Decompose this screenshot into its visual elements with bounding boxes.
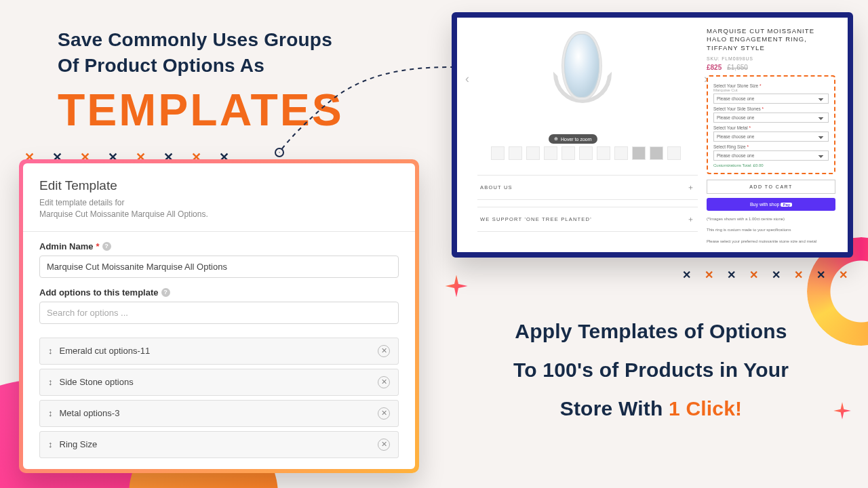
- search-options-input[interactable]: [39, 302, 399, 324]
- thumbnail[interactable]: [509, 146, 522, 160]
- bottom-line2: To 100's of Products in Your: [461, 350, 841, 389]
- thumbnail[interactable]: [632, 146, 646, 160]
- plus-icon: ＋: [687, 214, 695, 224]
- remove-option-button[interactable]: ✕: [378, 376, 390, 388]
- bottom-copy: Apply Templates of Options To 100's of P…: [461, 312, 841, 428]
- sparkle-icon: [444, 274, 469, 298]
- drag-handle-icon[interactable]: ↕: [48, 377, 53, 387]
- option-row[interactable]: ↕Side Stone options ✕: [39, 369, 399, 396]
- option-row[interactable]: ↕Emerald cut options-11 ✕: [39, 338, 399, 365]
- thumbnail[interactable]: [614, 146, 628, 160]
- thumbnail[interactable]: [491, 146, 505, 160]
- bottom-line1: Apply Templates of Options: [461, 312, 841, 350]
- metal-select[interactable]: Please choose one: [713, 131, 829, 142]
- accordion-about-us[interactable]: ABOUT US＋: [477, 175, 698, 200]
- ring-illustration: [538, 31, 627, 133]
- option-label: Select Your Metal *: [713, 125, 829, 130]
- hover-zoom-badge: ⊕ Hover to zoom: [549, 134, 597, 144]
- thumbnail[interactable]: [667, 146, 681, 160]
- product-note: Please select your preferred moissanite …: [707, 239, 835, 244]
- accordion-one-tree[interactable]: WE SUPPORT 'ONE TREE PLANTED'＋: [477, 207, 698, 232]
- admin-panel: Edit Template Edit template details for …: [19, 159, 419, 473]
- thumbnail[interactable]: [579, 146, 593, 160]
- thumbnail[interactable]: [561, 146, 575, 160]
- plus-icon: ＋: [687, 182, 695, 192]
- stone-size-select[interactable]: Please choose one: [713, 94, 829, 104]
- product-price: £825£1,650: [707, 64, 835, 71]
- product-note: This ring is custom made to your specifi…: [707, 227, 835, 232]
- drag-handle-icon[interactable]: ↕: [48, 408, 53, 418]
- storefront-preview: ‹ › ⊕ Hover to zoom ABOUT US＋ WE SUPPORT…: [452, 12, 853, 258]
- thumbnail[interactable]: [544, 146, 557, 160]
- admin-name-label: Admin Name*?: [39, 241, 399, 251]
- shop-pay-button[interactable]: Buy with shop Pay: [707, 198, 835, 211]
- ring-size-select[interactable]: Please choose one: [713, 150, 829, 161]
- help-icon[interactable]: ?: [102, 242, 111, 251]
- remove-option-button[interactable]: ✕: [378, 345, 390, 357]
- divider: [23, 231, 415, 232]
- bottom-line3: Store With 1 Click!: [461, 389, 841, 428]
- option-label: Select Your Side Stones *: [713, 106, 829, 111]
- option-label: Emerald cut options-11: [60, 346, 151, 356]
- option-label: Ring Size: [60, 439, 98, 449]
- option-label: Metal options-3: [60, 408, 120, 418]
- admin-subtitle: Edit template details for Marquise Cut M…: [39, 197, 399, 220]
- thumbnail[interactable]: [650, 146, 663, 160]
- product-sku: SKU: FLM0898US: [707, 56, 835, 61]
- drag-handle-icon[interactable]: ↕: [48, 346, 53, 356]
- product-image: [484, 24, 681, 140]
- remove-option-button[interactable]: ✕: [378, 407, 390, 420]
- thumbnail[interactable]: [526, 146, 540, 160]
- option-row[interactable]: ↕Ring Size ✕: [39, 431, 399, 458]
- remove-option-button[interactable]: ✕: [378, 439, 390, 451]
- prev-image-button[interactable]: ‹: [465, 72, 469, 86]
- thumbnail-row: [491, 146, 681, 160]
- customizations-total: Customizations Total: £0.00: [713, 163, 829, 167]
- help-icon[interactable]: ?: [161, 288, 170, 297]
- thumbnail[interactable]: [597, 146, 610, 160]
- admin-name-input[interactable]: [39, 256, 399, 278]
- option-sublabel: Marquise Cut: [713, 88, 829, 92]
- add-to-cart-button[interactable]: ADD TO CART: [707, 180, 835, 194]
- product-title: MARQUISE CUT MOISSANITE HALO ENGAGEMENT …: [707, 27, 835, 52]
- option-label: Side Stone options: [60, 377, 134, 387]
- add-options-label: Add options to this template?: [39, 287, 399, 298]
- headline-line1: Save Commonly Uses Groups: [58, 27, 344, 53]
- option-label: Select Your Stone Size *: [713, 83, 829, 88]
- option-label: Select Ring Size *: [713, 144, 829, 149]
- side-stones-select[interactable]: Please choose one: [713, 113, 829, 123]
- options-highlight-box: Select Your Stone Size * Marquise Cut Pl…: [707, 75, 835, 174]
- drag-handle-icon[interactable]: ↕: [48, 439, 53, 449]
- admin-title: Edit Template: [39, 178, 399, 193]
- x-pattern-mid: ✕✕✕✕✕✕✕✕: [682, 268, 861, 281]
- dashed-arrow-decor: [271, 64, 461, 159]
- product-note: (*Images shown with a 1.00ct centre ston…: [707, 216, 835, 222]
- option-row[interactable]: ↕Metal options-3 ✕: [39, 400, 399, 427]
